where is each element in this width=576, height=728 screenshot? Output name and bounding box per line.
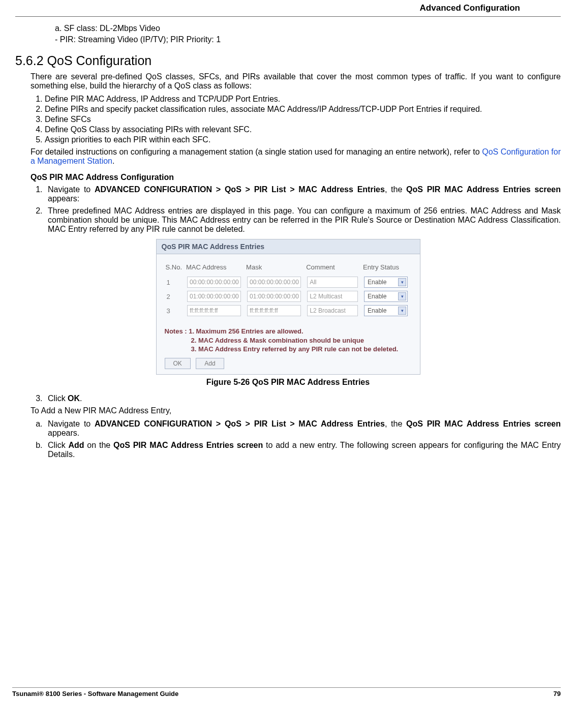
text-run: appears.	[48, 429, 79, 437]
list-item: Define PIRs and specify packet classific…	[45, 105, 561, 114]
list-item: Click Add on the QoS PIR MAC Address Ent…	[45, 441, 561, 459]
text-run: Navigate to	[48, 419, 95, 428]
page-header-title: Advanced Configuration	[15, 0, 561, 16]
entry-status-select[interactable]: Enable▾	[364, 291, 408, 302]
screen-name: QoS PIR MAC Address Entries screen	[406, 419, 561, 428]
screen-name: QoS PIR MAC Address Entries screen	[113, 441, 263, 449]
col-comment: Comment	[305, 261, 362, 275]
footer-doc-title: Tsunami® 8100 Series - Software Manageme…	[12, 690, 178, 697]
add-flow-steps: Navigate to ADVANCED CONFIGURATION > QoS…	[45, 419, 561, 459]
col-mac: MAC Address	[185, 261, 245, 275]
comment-input[interactable]: L2 Broadcast	[307, 305, 358, 316]
chevron-down-icon: ▾	[398, 307, 406, 315]
ok-label: OK	[68, 394, 80, 403]
mac-address-table: S.No. MAC Address Mask Comment Entry Sta…	[165, 261, 412, 318]
select-value: Enable	[368, 293, 386, 300]
note-line: Notes : 1. Maximum 256 Entries are allow…	[165, 327, 412, 336]
mac-config-steps-cont: Click OK.	[45, 394, 561, 403]
col-sno: S.No.	[165, 261, 186, 275]
note-line: 3. MAC Address Entry referred by any PIR…	[165, 345, 412, 354]
mac-address-input[interactable]: ff:ff:ff:ff:ff:ff	[187, 305, 241, 316]
list-item: Define QoS Class by associating PIRs wit…	[45, 125, 561, 134]
mac-config-steps: Navigate to ADVANCED CONFIGURATION > QoS…	[45, 185, 561, 234]
select-value: Enable	[368, 307, 386, 314]
cell-sno: 3	[165, 304, 186, 318]
add-flow-intro: To Add a New PIR MAC Address Entry,	[31, 406, 561, 415]
list-item: Define SFCs	[45, 115, 561, 124]
cell-sno: 1	[165, 275, 186, 289]
breadcrumb: ADVANCED CONFIGURATION > QoS > PIR List …	[95, 419, 385, 428]
text-run: Navigate to	[48, 185, 95, 194]
table-row: 1 00:00:00:00:00:00 00:00:00:00:00:00 Al…	[165, 275, 412, 289]
col-status: Entry Status	[362, 261, 411, 275]
breadcrumb: ADVANCED CONFIGURATION > QoS > PIR List …	[95, 185, 385, 194]
figure-caption: Figure 5-26 QoS PIR MAC Address Entries	[15, 378, 561, 387]
notes-block: Notes : 1. Maximum 256 Entries are allow…	[165, 327, 412, 354]
comment-input[interactable]: L2 Multicast	[307, 291, 358, 302]
comment-input[interactable]: All	[307, 277, 358, 288]
table-row: 2 01:00:00:00:00:00 01:00:00:00:00:00 L2…	[165, 289, 412, 304]
text-run: .	[80, 394, 82, 403]
note-line: 2. MAC Address & Mask combination should…	[165, 336, 412, 345]
cell-sno: 2	[165, 289, 186, 304]
entry-status-select[interactable]: Enable▾	[364, 277, 408, 288]
mac-address-input[interactable]: 01:00:00:00:00:00	[187, 291, 241, 302]
table-row: 3 ff:ff:ff:ff:ff:ff ff:ff:ff:ff:ff:ff L2…	[165, 304, 412, 318]
col-mask: Mask	[245, 261, 305, 275]
select-value: Enable	[368, 279, 386, 286]
text-run: , the	[385, 185, 406, 194]
list-item-pir: - PIR: Streaming Video (IP/TV); PIR Prio…	[55, 35, 561, 44]
mask-input[interactable]: 00:00:00:00:00:00	[247, 277, 301, 288]
text-run: Click	[48, 394, 68, 403]
footer-page-number: 79	[554, 690, 561, 697]
list-item: Click OK.	[45, 394, 561, 403]
list-item: Navigate to ADVANCED CONFIGURATION > QoS…	[45, 185, 561, 203]
chevron-down-icon: ▾	[398, 278, 406, 286]
screenshot-panel: QoS PIR MAC Address Entries S.No. MAC Ad…	[156, 239, 420, 375]
ok-button[interactable]: OK	[165, 358, 191, 369]
text-run: on the	[84, 441, 113, 449]
add-button[interactable]: Add	[196, 358, 224, 369]
add-label: Add	[68, 441, 84, 449]
section-heading-562: 5.6.2 QoS Configuration	[15, 53, 561, 68]
text-run: Click	[48, 441, 68, 449]
text-run: For detailed instructions on configuring…	[31, 147, 482, 156]
list-item: Assign priorities to each PIR within eac…	[45, 135, 561, 144]
page-footer: Tsunami® 8100 Series - Software Manageme…	[12, 687, 561, 697]
list-item: Three predefined MAC Address entries are…	[45, 206, 561, 234]
panel-title: QoS PIR MAC Address Entries	[157, 239, 420, 254]
entry-status-select[interactable]: Enable▾	[364, 305, 408, 316]
mac-address-input[interactable]: 00:00:00:00:00:00	[187, 277, 241, 288]
subsection-title: QoS PIR MAC Address Configuration	[31, 173, 561, 182]
list-item: Define PIR MAC Address, IP Address and T…	[45, 95, 561, 104]
mask-input[interactable]: ff:ff:ff:ff:ff:ff	[247, 305, 301, 316]
list-item: Navigate to ADVANCED CONFIGURATION > QoS…	[45, 419, 561, 438]
screen-name: QoS PIR MAC Address Entries screen	[406, 185, 561, 194]
divider	[15, 16, 561, 17]
text-run: appears:	[48, 194, 79, 203]
text-run: , the	[385, 419, 406, 428]
chevron-down-icon: ▾	[398, 292, 406, 300]
qos-steps-list: Define PIR MAC Address, IP Address and T…	[45, 95, 561, 144]
mask-input[interactable]: 01:00:00:00:00:00	[247, 291, 301, 302]
text-run: .	[112, 157, 114, 165]
list-item-a: a. SF class: DL-2Mbps Video	[55, 24, 561, 33]
section-detail-para: For detailed instructions on configuring…	[31, 147, 561, 166]
section-intro-para: There are several pre-defined QoS classe…	[31, 72, 561, 90]
